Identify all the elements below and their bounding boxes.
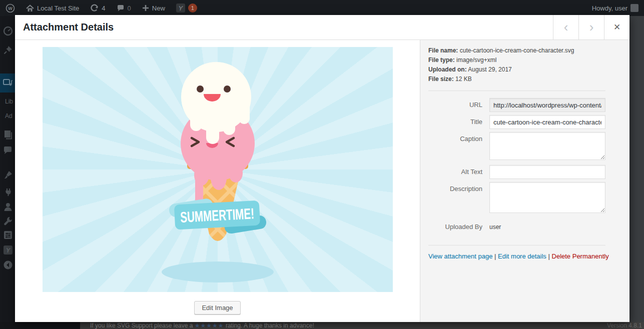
close-modal-button[interactable]: ✕ <box>604 15 629 40</box>
site-name-menu[interactable]: Local Test Site <box>21 0 85 16</box>
plug-icon <box>3 187 13 197</box>
rating-text-before: If you like SVG Support please leave a <box>90 322 193 329</box>
attachment-image-preview: SUMMERTIME! <box>43 47 393 292</box>
next-attachment-button[interactable]: › <box>578 15 604 40</box>
avatar <box>630 4 638 12</box>
admin-bar: W Local Test Site 4 0 New Y 1 Howdy, use… <box>0 0 644 16</box>
url-label: URL <box>428 98 489 112</box>
file-size-meta: File size: 12 KB <box>428 76 621 82</box>
file-name-meta: File name: cute-cartoon-ice-cream-cone-c… <box>428 47 621 54</box>
media-icon <box>3 78 13 88</box>
sidebar-item-media[interactable] <box>3 78 13 88</box>
yoast-seo-icon: Y <box>176 4 185 12</box>
update-count: 4 <box>102 4 105 12</box>
file-size-value: 12 KB <box>455 76 472 82</box>
modal-body: SUMMERTIME! Edit Image File name: cute-c… <box>15 40 629 322</box>
uploaded-on-label: Uploaded on: <box>428 66 467 73</box>
plus-icon <box>142 4 149 12</box>
collapse-arrow-icon <box>3 260 13 270</box>
sidebar-item-comments[interactable] <box>3 146 13 156</box>
dashboard-gauge-icon <box>3 26 13 36</box>
sidebar-item-appearance[interactable] <box>3 170 13 180</box>
svg-support-rating-text: If you like SVG Support please leave a ★… <box>90 322 314 329</box>
file-type-label: File type: <box>428 56 455 64</box>
wrench-icon <box>3 216 13 226</box>
uploaded-on-value: August 29, 2017 <box>468 66 511 73</box>
links-divider <box>428 245 605 246</box>
url-input[interactable] <box>489 98 605 112</box>
yoast-menu[interactable]: Y 1 <box>171 0 203 16</box>
yoast-y-icon: Y <box>3 245 13 255</box>
uploaded-by-row: Uploaded By user <box>428 220 621 234</box>
sidebar-item-yoast[interactable]: Y <box>3 245 13 255</box>
file-size-label: File size: <box>428 76 454 82</box>
description-label: Description <box>428 182 489 196</box>
new-content-menu[interactable]: New <box>137 0 171 16</box>
link-separator: | <box>494 252 496 260</box>
attachment-details-modal: Attachment Details ‹ › ✕ <box>15 15 629 322</box>
file-name-label: File name: <box>428 47 458 54</box>
edit-more-details-link[interactable]: Edit more details <box>498 252 546 260</box>
comments-menu[interactable]: 0 <box>111 0 137 16</box>
updates-icon <box>90 4 99 12</box>
notification-badge: 1 <box>188 4 197 12</box>
user-icon <box>3 202 13 212</box>
paintbrush-icon <box>3 170 13 180</box>
new-label: New <box>152 4 165 12</box>
view-attachment-page-link[interactable]: View attachment page <box>428 252 492 260</box>
meta-divider <box>428 90 605 91</box>
howdy-label: Howdy, user <box>592 4 627 12</box>
attachment-actions: View attachment page | Edit more details… <box>428 252 621 260</box>
version-label: Version 4.8.1 <box>607 322 642 329</box>
sidebar-subitem-library[interactable]: Lib <box>5 98 13 105</box>
delete-permanently-link[interactable]: Delete Permanently <box>552 252 609 260</box>
sidebar-subitem-add-new[interactable]: Ad <box>5 112 13 120</box>
updates-menu[interactable]: 4 <box>85 0 111 16</box>
alt-text-field-row: Alt Text <box>428 165 621 179</box>
uploaded-on-meta: Uploaded on: August 29, 2017 <box>428 66 621 73</box>
sidebar-item-users[interactable] <box>3 202 13 212</box>
sidebar-item-dashboard[interactable] <box>3 26 13 36</box>
file-type-value: image/svg+xml <box>456 56 496 64</box>
svg-text:W: W <box>8 6 13 11</box>
sidebar-item-tools[interactable] <box>3 216 13 226</box>
sidebar-item-pages[interactable] <box>3 130 13 140</box>
alt-text-label: Alt Text <box>428 165 489 179</box>
comment-count: 0 <box>128 4 131 12</box>
modal-title: Attachment Details <box>15 15 553 40</box>
comment-bubble-icon <box>117 4 125 12</box>
sidebar-item-settings[interactable] <box>3 230 13 240</box>
wordpress-logo-icon: W <box>6 4 15 13</box>
home-icon <box>26 4 34 12</box>
sidebar-item-plugins[interactable] <box>3 187 13 197</box>
ground-shadow <box>162 262 274 282</box>
modal-header: Attachment Details ‹ › ✕ <box>15 15 629 40</box>
pushpin-icon <box>3 45 13 55</box>
dimmed-page-footer: If you like SVG Support please leave a ★… <box>0 322 644 329</box>
sidebar-item-posts[interactable] <box>3 45 13 55</box>
attachment-details-sidebar: File name: cute-cartoon-ice-cream-cone-c… <box>420 40 629 322</box>
alt-text-input[interactable] <box>489 165 605 179</box>
link-separator: | <box>548 252 550 260</box>
file-type-meta: File type: image/svg+xml <box>428 56 621 64</box>
wp-logo-menu[interactable]: W <box>0 0 21 16</box>
account-menu[interactable]: Howdy, user <box>586 0 644 16</box>
caption-textarea[interactable] <box>489 132 605 160</box>
uploaded-by-value: user <box>489 220 605 234</box>
file-name-value: cute-cartoon-ice-cream-cone-character.sv… <box>460 47 574 54</box>
title-label: Title <box>428 115 489 129</box>
previous-attachment-button[interactable]: ‹ <box>553 15 578 40</box>
svg-text:Y: Y <box>6 246 11 254</box>
site-name-label: Local Test Site <box>37 4 79 12</box>
description-field-row: Description <box>428 182 621 213</box>
caption-field-row: Caption <box>428 132 621 160</box>
admin-sidebar-menu: Lib Ad Y <box>0 16 15 329</box>
description-textarea[interactable] <box>489 182 605 213</box>
rating-stars: ★★★★★ <box>195 322 224 329</box>
uploaded-by-label: Uploaded By <box>428 220 489 234</box>
title-field-row: Title <box>428 115 621 129</box>
caption-label: Caption <box>428 132 489 146</box>
collapse-menu-button[interactable] <box>3 260 13 270</box>
title-input[interactable] <box>489 115 605 129</box>
edit-image-button[interactable]: Edit Image <box>194 301 240 314</box>
